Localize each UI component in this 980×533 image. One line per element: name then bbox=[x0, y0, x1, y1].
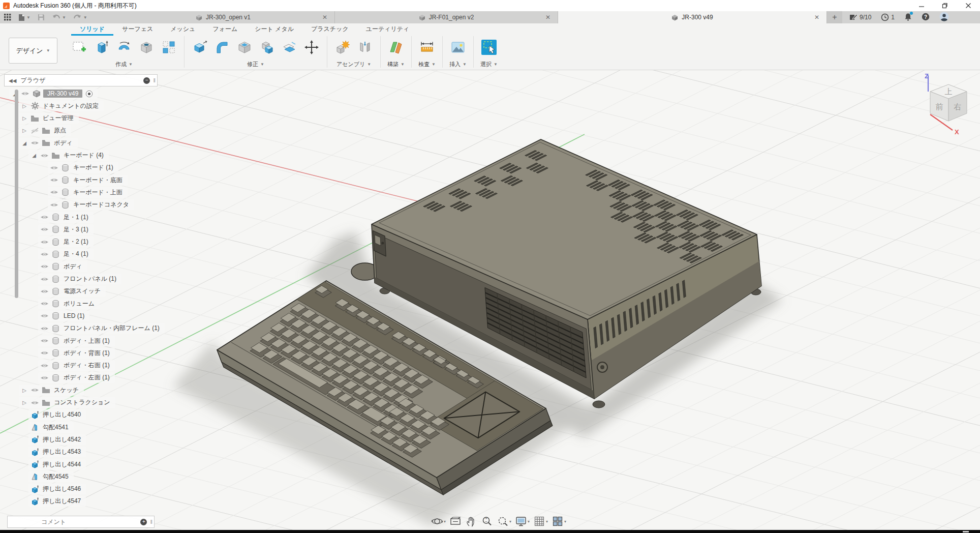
group-label-inspect[interactable]: 検査▼ bbox=[418, 61, 436, 68]
extrude-icon[interactable] bbox=[91, 36, 112, 58]
hole-icon[interactable] bbox=[136, 36, 157, 58]
comment-input[interactable] bbox=[40, 518, 129, 526]
account-button[interactable] bbox=[939, 12, 949, 23]
job-status-button[interactable]: 9/10 bbox=[849, 14, 871, 21]
visibility-eye-icon[interactable] bbox=[40, 250, 49, 258]
ribbon-tab-plastic[interactable]: プラスチック bbox=[302, 23, 357, 34]
collapse-toggle-icon[interactable]: ▷ bbox=[21, 103, 28, 109]
ribbon-tab-utility[interactable]: ユーティリティ bbox=[357, 23, 418, 34]
browser-tree-row[interactable]: ▷ビュー管理 bbox=[19, 113, 79, 124]
browser-tree-row[interactable]: ボディ・背面 (1) bbox=[38, 347, 115, 359]
select-icon[interactable] bbox=[479, 36, 499, 58]
browser-tree-row[interactable]: フロントパネル・内部フレーム (1) bbox=[38, 323, 165, 334]
zoom-icon[interactable]: +− bbox=[480, 515, 494, 528]
visibility-eye-icon[interactable] bbox=[40, 262, 49, 271]
group-label-insert[interactable]: 挿入▼ bbox=[449, 61, 467, 68]
view-cube[interactable]: Z X 上 前 右 bbox=[921, 71, 977, 140]
visibility-eye-icon[interactable] bbox=[40, 374, 49, 382]
expand-toggle-icon[interactable]: ◢ bbox=[30, 153, 38, 158]
doc-tab-jr300-active[interactable]: JR-300 v49 ✕ bbox=[558, 11, 827, 23]
collapse-toggle-icon[interactable]: ▷ bbox=[21, 128, 28, 133]
visibility-eye-icon[interactable] bbox=[40, 213, 49, 221]
browser-tree-row[interactable]: キーボード・底面 bbox=[48, 174, 128, 186]
visibility-eye-icon[interactable] bbox=[50, 164, 58, 172]
browser-tree-row[interactable]: ボリューム bbox=[38, 298, 100, 309]
expand-toggle-icon[interactable]: ◢ bbox=[21, 140, 28, 146]
doc-tab-jr300-open[interactable]: JR-300_open v1 ✕ bbox=[112, 11, 335, 23]
browser-tree-row[interactable]: 足・4 (1) bbox=[38, 249, 94, 260]
visibility-eye-icon[interactable] bbox=[40, 312, 49, 320]
browser-tree-row[interactable]: 勾配4541 bbox=[28, 422, 74, 433]
browser-tree-row[interactable]: ◢ボディ bbox=[19, 137, 78, 149]
panel-grip-icon[interactable]: ‖ bbox=[150, 519, 152, 525]
visibility-eye-icon[interactable] bbox=[40, 324, 49, 333]
add-comment-icon[interactable]: + bbox=[140, 519, 147, 525]
help-button[interactable]: ? bbox=[922, 13, 930, 22]
browser-tree-row[interactable]: 足・1 (1) bbox=[38, 212, 94, 223]
doc-tab-jrf01-open[interactable]: JR-F01_open v2 ✕ bbox=[335, 11, 558, 23]
minimize-button[interactable] bbox=[910, 0, 933, 11]
close-button[interactable] bbox=[957, 0, 980, 11]
visibility-eye-icon[interactable] bbox=[40, 287, 49, 295]
visibility-eye-icon[interactable] bbox=[30, 386, 39, 394]
browser-tree-row[interactable]: 押し出し4540 bbox=[28, 409, 86, 421]
collapse-panel-icon[interactable]: ◀◀ bbox=[9, 78, 16, 83]
group-label-modify[interactable]: 修正▼ bbox=[247, 61, 264, 68]
browser-tree-row[interactable]: キーボード (1) bbox=[48, 162, 118, 173]
activate-radio-icon[interactable] bbox=[85, 90, 94, 98]
browser-tree-row[interactable]: 足・2 (1) bbox=[38, 236, 94, 248]
create-sketch-icon[interactable] bbox=[69, 36, 89, 58]
construction-plane-icon[interactable] bbox=[386, 36, 406, 58]
visibility-eye-icon[interactable] bbox=[30, 139, 39, 147]
fillet-icon[interactable] bbox=[212, 36, 232, 58]
browser-tree-row[interactable]: ボディ bbox=[38, 261, 87, 272]
revolve-icon[interactable] bbox=[114, 36, 134, 58]
restore-button[interactable] bbox=[933, 0, 957, 11]
browser-tree-row[interactable]: 押し出し4544 bbox=[28, 459, 86, 470]
browser-panel-header[interactable]: ◀◀ ブラウザ − ‖ bbox=[4, 74, 158, 86]
look-at-icon[interactable] bbox=[448, 515, 463, 528]
browser-tree-row[interactable]: フロントパネル (1) bbox=[38, 274, 121, 285]
browser-tree-row[interactable]: 押し出し4542 bbox=[28, 434, 86, 445]
browser-tree-row[interactable]: キーボード・上面 bbox=[48, 187, 128, 198]
pan-icon[interactable] bbox=[464, 515, 478, 528]
undo-icon[interactable]: ▼ bbox=[52, 14, 66, 21]
visibility-eye-icon[interactable] bbox=[30, 399, 39, 407]
ribbon-tab-solid[interactable]: ソリッド bbox=[71, 23, 113, 36]
alerts-button[interactable] bbox=[904, 13, 912, 22]
browser-tree-row[interactable]: キーボードコネクタ bbox=[48, 199, 134, 211]
collapse-toggle-icon[interactable]: ▷ bbox=[21, 388, 28, 393]
tab-close-icon[interactable]: ✕ bbox=[545, 14, 550, 21]
browser-tree-row[interactable]: ◢キーボード (4) bbox=[28, 150, 109, 161]
press-pull-icon[interactable] bbox=[190, 36, 210, 58]
visibility-eye-icon[interactable] bbox=[40, 275, 49, 283]
browser-tree-row[interactable]: ボディ・上面 (1) bbox=[38, 335, 115, 346]
browser-tree-row[interactable]: ▷ドキュメントの設定 bbox=[19, 100, 104, 111]
browser-tree-row[interactable]: 押し出し4546 bbox=[28, 484, 86, 495]
offset-face-icon[interactable] bbox=[279, 36, 299, 58]
new-component-icon[interactable] bbox=[332, 36, 353, 58]
visibility-eye-icon[interactable] bbox=[40, 225, 49, 233]
browser-tree-row[interactable]: 勾配4545 bbox=[28, 471, 74, 482]
browser-tree-row[interactable]: ▷スケッチ bbox=[19, 384, 84, 396]
visibility-eye-icon[interactable] bbox=[40, 152, 49, 160]
ribbon-tab-surface[interactable]: サーフェス bbox=[113, 23, 162, 34]
app-grid-icon[interactable] bbox=[4, 14, 11, 21]
browser-tree-row[interactable]: 押し出し4543 bbox=[28, 447, 86, 458]
new-tab-button[interactable]: + bbox=[827, 11, 842, 23]
visibility-eye-icon[interactable] bbox=[40, 349, 49, 357]
display-settings-icon[interactable]: ▾ bbox=[514, 515, 531, 528]
orbit-icon[interactable]: ▾ bbox=[430, 515, 447, 528]
panel-grip-icon[interactable]: ‖ bbox=[153, 77, 156, 83]
comment-bar[interactable]: + ‖ bbox=[7, 516, 155, 528]
group-label-create[interactable]: 作成▼ bbox=[115, 61, 133, 68]
save-icon[interactable] bbox=[38, 14, 45, 21]
notifications-button[interactable]: 1 bbox=[881, 13, 895, 21]
file-menu-icon[interactable]: ▼ bbox=[18, 14, 30, 21]
ribbon-tab-sheetmetal[interactable]: シート メタル bbox=[246, 23, 302, 34]
visibility-eye-icon[interactable] bbox=[40, 362, 49, 370]
group-label-select[interactable]: 選択▼ bbox=[480, 61, 498, 68]
move-icon[interactable] bbox=[301, 36, 322, 58]
ribbon-tab-mesh[interactable]: メッシュ bbox=[162, 23, 204, 34]
grid-settings-icon[interactable]: ▾ bbox=[532, 515, 549, 528]
